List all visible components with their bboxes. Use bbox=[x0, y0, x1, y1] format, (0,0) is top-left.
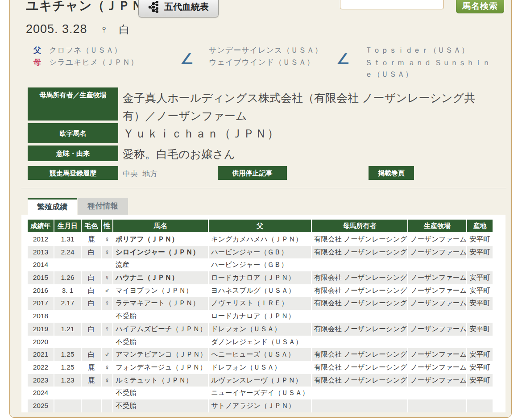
cell-owner[interactable]: 有限会社 ノーザンレーシング bbox=[312, 374, 407, 387]
latin-name-value: Ｙｕｋｉｃｈａｎ（ＪＰＮ） bbox=[123, 126, 279, 141]
cell-birth: 1.31 bbox=[54, 233, 81, 246]
cell-name[interactable]: シロインジャー（ＪＰＮ） bbox=[113, 246, 208, 259]
cell-birthplace bbox=[467, 399, 493, 412]
cell-name[interactable]: ラテマキアート（ＪＰＮ） bbox=[113, 297, 208, 310]
cell-name[interactable]: ハウナニ（ＪＰＮ） bbox=[113, 271, 208, 284]
cell-sire[interactable]: ルヴァンスレーヴ（ＪＰＮ） bbox=[209, 374, 311, 387]
cell-sex: ♀ bbox=[102, 323, 112, 336]
table-row: 2020不受胎ダノンレジェンド（ＵＳＡ） bbox=[28, 336, 493, 349]
regional-registration-link[interactable]: 地方 bbox=[142, 170, 157, 178]
cell-owner[interactable]: 有限会社 ノーザンレーシング bbox=[312, 233, 407, 246]
cell-sire[interactable]: ドレフォン（ＵＳＡ） bbox=[209, 361, 311, 374]
granddam-name-link[interactable]: ウェイブウインド（ＵＳＡ） bbox=[209, 57, 315, 67]
pedigree-tree-icon bbox=[148, 1, 160, 13]
tab-breeding-results[interactable]: 繁殖成績 bbox=[28, 198, 77, 215]
published-volume-button[interactable]: 掲載巻頁 bbox=[369, 166, 414, 180]
cell-sire[interactable]: ハービンジャー（ＧＢ） bbox=[209, 246, 311, 259]
sire-name-link[interactable]: クロフネ（ＵＳＡ） bbox=[49, 45, 122, 55]
cell-year: 2014 bbox=[28, 258, 54, 271]
cell-farm[interactable]: ノーザンファーム bbox=[408, 348, 466, 361]
cell-sire[interactable]: サトノアラジン（ＪＰＮ） bbox=[209, 399, 311, 412]
table-header-row: 成績年生月日毛色性馬名父母馬所有者生産牧場産地 bbox=[28, 220, 493, 232]
cell-sire[interactable]: キングカメハメハ（ＪＰＮ） bbox=[209, 233, 311, 246]
page-title: ユキチャン（ＪＰＮ） bbox=[26, 0, 157, 14]
birth-date: 2005. 3.28 bbox=[26, 22, 87, 36]
cell-name[interactable]: フォンデネージュ（ＪＰＮ） bbox=[113, 361, 208, 374]
cell-sire[interactable]: ロードカナロア（ＪＰＮ） bbox=[209, 310, 311, 323]
cell-farm[interactable]: ノーザンファーム bbox=[408, 233, 466, 246]
cell-sex: ♀ bbox=[102, 374, 112, 387]
cell-year: 2018 bbox=[28, 310, 54, 323]
cell-sire[interactable]: ヨハネスブルグ（ＵＳＡ） bbox=[209, 284, 311, 297]
tab-mating-info[interactable]: 種付情報 bbox=[78, 198, 128, 215]
central-registration-link[interactable]: 中央 bbox=[123, 170, 138, 178]
cell-name[interactable]: ハイアムズビーチ（ＪＰＮ） bbox=[113, 323, 208, 336]
cell-owner[interactable]: 有限会社 ノーザンレーシング bbox=[312, 323, 407, 336]
dam-name-link[interactable]: シラユキヒメ（ＪＰＮ） bbox=[49, 57, 138, 67]
cell-owner bbox=[312, 336, 407, 349]
cell-farm bbox=[408, 310, 466, 323]
cell-farm bbox=[408, 258, 466, 271]
cell-year: 2013 bbox=[28, 246, 54, 259]
cell-name[interactable]: ポリアフ（ＪＰＮ） bbox=[113, 233, 208, 246]
cell-sire[interactable]: ヘニーヒューズ（ＵＳＡ） bbox=[209, 348, 311, 361]
cell-owner[interactable]: 有限会社 ノーザンレーシング bbox=[312, 348, 407, 361]
cell-farm[interactable]: ノーザンファーム bbox=[408, 284, 466, 297]
pedigree-angle-icon: ∠ bbox=[180, 50, 193, 68]
cell-name[interactable]: ルミテュット（ＪＰＮ） bbox=[113, 374, 208, 387]
cell-owner[interactable]: 有限会社 ノーザンレーシング bbox=[312, 284, 407, 297]
cell-birthplace: 安平町 bbox=[467, 297, 493, 310]
cell-sire[interactable]: ノヴェリスト（ＩＲＥ） bbox=[209, 297, 311, 310]
table-row: 2024不受胎ニューイヤーズデイ（ＵＳＡ） bbox=[28, 387, 493, 399]
cell-farm[interactable]: ノーザンファーム bbox=[408, 297, 466, 310]
table-row: 20132.24白♀シロインジャー（ＪＰＮ）ハービンジャー（ＧＢ）有限会社 ノー… bbox=[28, 246, 493, 259]
cell-birth: 1.21 bbox=[54, 323, 81, 336]
cell-farm[interactable]: ノーザンファーム bbox=[408, 271, 466, 284]
cell-birthplace bbox=[467, 310, 493, 323]
cell-sex: ♀ bbox=[102, 297, 112, 310]
cell-sire[interactable]: ニューイヤーズデイ（ＵＳＡ） bbox=[209, 387, 311, 399]
cell-name[interactable]: マイヨブラン（ＪＰＮ） bbox=[113, 284, 208, 297]
cell-owner[interactable]: 有限会社 ノーザンレーシング bbox=[312, 297, 407, 310]
meaning-label: 意味・由来 bbox=[28, 146, 118, 161]
cell-coat: 白 bbox=[82, 246, 101, 259]
third-gen-dam-link[interactable]: Ｓｔｏｒｍ ａｎｄ Ｓｕｎｓｈｉｎｅ（ＵＳＡ） bbox=[365, 57, 497, 80]
table-row: 20163. 1白♂マイヨブラン（ＪＰＮ）ヨハネスブルグ（ＵＳＡ）有限会社 ノー… bbox=[28, 284, 493, 297]
section-divider bbox=[21, 188, 506, 188]
cell-owner[interactable]: 有限会社 ノーザンレーシング bbox=[312, 271, 407, 284]
damsire-name-link[interactable]: サンデーサイレンス（ＵＳＡ） bbox=[209, 45, 323, 55]
cell-sire[interactable]: ハービンジャー（ＧＢ） bbox=[209, 258, 311, 271]
cell-farm[interactable]: ノーザンファーム bbox=[408, 374, 466, 387]
coat-color: 白 bbox=[119, 23, 130, 35]
horse-name-search-input[interactable] bbox=[340, 0, 444, 9]
cell-owner bbox=[312, 310, 407, 323]
five-generation-pedigree-button[interactable]: 五代血統表 bbox=[138, 0, 219, 17]
cell-name[interactable]: アマンテビアンコ（ＪＰＮ） bbox=[113, 348, 208, 361]
sex-symbol: ♀ bbox=[100, 23, 108, 35]
third-gen-sire-link[interactable]: Ｔｏｐｓｉｄｅｒ（ＵＳＡ） bbox=[365, 45, 469, 55]
cell-farm[interactable]: ノーザンファーム bbox=[408, 246, 466, 259]
cell-sire[interactable]: ドレフォン（ＵＳＡ） bbox=[209, 323, 311, 336]
cell-sex bbox=[102, 310, 112, 323]
horse-name-search-button[interactable]: 馬名検索 bbox=[456, 0, 504, 13]
cell-sex bbox=[102, 387, 112, 399]
cell-birth: 2.17 bbox=[54, 297, 81, 310]
cell-sex: ♀ bbox=[102, 271, 112, 284]
cell-birth: 1.25 bbox=[54, 348, 81, 361]
cell-sire[interactable]: ロードカナロア（ＪＰＮ） bbox=[209, 271, 311, 284]
cell-owner[interactable]: 有限会社 ノーザンレーシング bbox=[312, 246, 407, 259]
cell-birthplace: 安平町 bbox=[467, 284, 493, 297]
cell-birth: 1.25 bbox=[54, 361, 81, 374]
table-row: 20172.17白♀ラテマキアート（ＪＰＮ）ノヴェリスト（ＩＲＥ）有限会社 ノー… bbox=[28, 297, 493, 310]
owner-farm-label: 母馬所有者／生産牧場 bbox=[28, 87, 118, 121]
cell-sex bbox=[102, 336, 112, 349]
cell-farm[interactable]: ノーザンファーム bbox=[408, 361, 466, 374]
cell-birthplace bbox=[467, 387, 493, 399]
cell-owner[interactable]: 有限会社 ノーザンレーシング bbox=[312, 361, 407, 374]
suspension-article-button[interactable]: 供用停止記事 bbox=[218, 166, 287, 180]
cell-year: 2017 bbox=[28, 297, 54, 310]
column-header: 成績年 bbox=[28, 220, 54, 232]
cell-sire[interactable]: ダノンレジェンド（ＵＳＡ） bbox=[209, 336, 311, 349]
cell-farm[interactable]: ノーザンファーム bbox=[408, 323, 466, 336]
cell-name: 流産 bbox=[113, 258, 208, 271]
